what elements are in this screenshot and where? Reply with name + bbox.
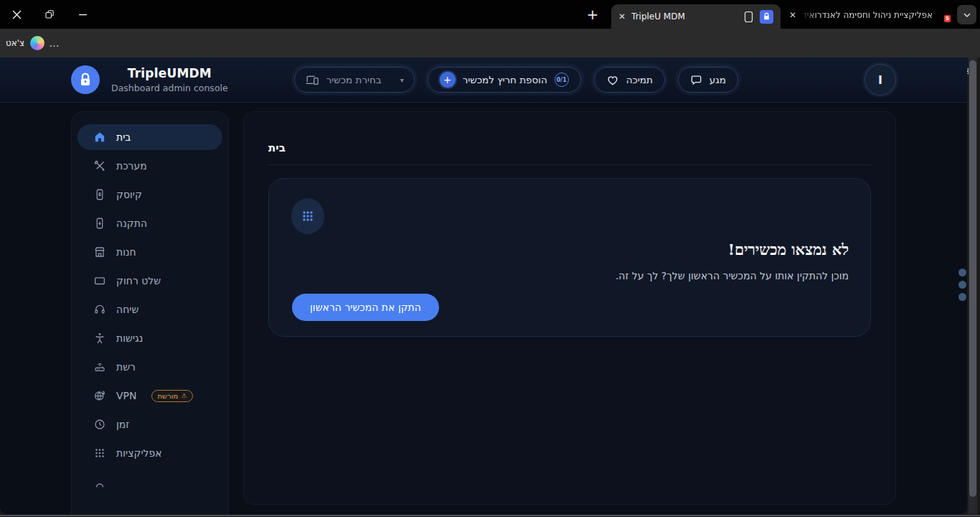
tab-list-chevron-button[interactable] bbox=[957, 5, 976, 24]
warning-icon: ⚠ bbox=[181, 392, 187, 399]
brand-lock-icon bbox=[71, 65, 100, 94]
accessibility-icon bbox=[93, 332, 106, 345]
tools-icon bbox=[93, 159, 106, 172]
minimize-window-button[interactable] bbox=[66, 0, 99, 29]
copilot-icon bbox=[30, 36, 44, 50]
tab-title: TripleU MDM bbox=[631, 11, 738, 22]
chat-bubble-icon bbox=[690, 74, 702, 86]
phone-icon bbox=[743, 11, 754, 23]
sidebar-item-accessibility[interactable]: נגישות bbox=[77, 325, 222, 351]
screen-icon bbox=[93, 274, 106, 287]
chevron-down-icon: ▾ bbox=[400, 76, 404, 84]
plus-icon: + bbox=[440, 72, 456, 88]
brand-title: TripleUMDM bbox=[111, 66, 228, 80]
close-window-button[interactable] bbox=[0, 0, 33, 29]
tab-close-icon[interactable]: ✕ bbox=[618, 11, 626, 22]
floating-handle-dots[interactable] bbox=[958, 269, 967, 301]
tab-close-icon[interactable]: ✕ bbox=[789, 10, 796, 20]
colorful-favicon: 5 bbox=[938, 9, 950, 22]
sidebar-item-system[interactable]: מערכת bbox=[77, 153, 222, 179]
contact-label: מגע bbox=[710, 74, 726, 85]
phone-lock-icon bbox=[93, 188, 106, 201]
sidebar-item-apps[interactable]: אפליקציות bbox=[77, 440, 222, 466]
window-controls bbox=[0, 0, 99, 29]
scrollbar-thumb[interactable] bbox=[969, 60, 976, 497]
restore-window-button[interactable] bbox=[33, 0, 66, 29]
clock-icon bbox=[93, 418, 106, 431]
chat-label: צ'אט bbox=[6, 38, 24, 48]
more-options-button[interactable]: … bbox=[44, 29, 65, 57]
apps-grid-icon bbox=[93, 447, 106, 460]
sidebar-item-call[interactable]: שיחה bbox=[77, 297, 222, 322]
new-tab-button[interactable]: + bbox=[583, 4, 603, 24]
support-button[interactable]: תמיכה bbox=[594, 67, 665, 93]
brand: TripleUMDM Dashboard admin console bbox=[71, 65, 228, 94]
main-panel: בית לא נמצאו מכשירים! מוכן להתקין אותו ע… bbox=[243, 111, 896, 505]
sidebar-item-kiosk[interactable]: קיוסק bbox=[77, 182, 222, 208]
vpn-legacy-badge: מורשת ⚠ bbox=[151, 390, 194, 402]
header-buttons: בחירת מכשיר ▾ + הוספת חריץ למכשיר 0/1 תמ… bbox=[294, 67, 738, 93]
sidebar-item-remote[interactable]: שלט רחוק bbox=[77, 268, 222, 294]
divider bbox=[268, 164, 871, 165]
devices-grid-icon bbox=[291, 198, 324, 234]
tab-title: אפליקציית ניהול וחסימה לאנדרואיד bbox=[801, 10, 933, 20]
sidebar-item-install[interactable]: התקנה bbox=[77, 210, 222, 236]
router-icon bbox=[93, 360, 106, 373]
tab-tripleu-mdm[interactable]: ✕ TripleU MDM bbox=[611, 4, 781, 29]
partial-icon bbox=[93, 475, 106, 488]
brand-subtitle: Dashboard admin console bbox=[111, 83, 228, 93]
phone-download-icon bbox=[93, 217, 106, 230]
site-header: TripleUMDM Dashboard admin console בחירת… bbox=[0, 57, 967, 103]
slot-count-badge: 0/1 bbox=[555, 73, 569, 87]
device-select-icon bbox=[305, 73, 319, 86]
webview: TripleUMDM Dashboard admin console בחירת… bbox=[0, 57, 967, 514]
site-lock-favicon bbox=[760, 10, 773, 24]
empty-state-subtitle: מוכן להתקין אותו על המכשיר הראשון שלך? ל… bbox=[291, 270, 849, 281]
sidebar-item-time[interactable]: זמן bbox=[77, 411, 222, 437]
heart-icon bbox=[606, 74, 619, 86]
contact-button[interactable]: מגע bbox=[678, 67, 738, 93]
tab-android-app[interactable]: ✕ אפליקציית ניהול וחסימה לאנדרואיד 5 bbox=[785, 5, 954, 25]
home-icon bbox=[93, 131, 106, 144]
sidebar-item-store[interactable]: חנות bbox=[77, 239, 222, 265]
vpn-globe-icon bbox=[93, 389, 106, 402]
no-devices-card: לא נמצאו מכשירים! מוכן להתקין אותו על המ… bbox=[268, 178, 871, 337]
empty-state-title: לא נמצאו מכשירים! bbox=[291, 179, 849, 259]
browser-toolbar: צ'אט … אמת שזה אתה | A) aא https://tripl… bbox=[0, 29, 980, 57]
add-device-slot-button[interactable]: + הוספת חריץ למכשיר 0/1 bbox=[428, 67, 581, 93]
add-slot-label: הוספת חריץ למכשיר bbox=[463, 74, 547, 85]
device-select-label: בחירת מכשיר bbox=[326, 74, 382, 85]
device-select-dropdown[interactable]: בחירת מכשיר ▾ bbox=[294, 67, 415, 93]
headset-icon bbox=[93, 303, 106, 316]
sidebar-item-network[interactable]: רשת bbox=[77, 354, 222, 380]
sidebar-item-partial[interactable] bbox=[77, 469, 222, 495]
store-icon bbox=[93, 246, 106, 258]
sidebar-item-vpn[interactable]: VPN מורשת ⚠ bbox=[77, 383, 222, 409]
page-title: בית bbox=[268, 112, 871, 154]
support-label: תמיכה bbox=[626, 74, 653, 85]
scrollbar-track[interactable] bbox=[969, 57, 977, 514]
install-first-device-button[interactable]: התקן את המכשיר הראשון bbox=[292, 294, 439, 321]
copilot-chat-button[interactable]: צ'אט bbox=[6, 29, 44, 57]
browser-tab-bar: + ✕ TripleU MDM ✕ אפליקציית ניהול וחסימה… bbox=[0, 0, 980, 29]
sidebar-nav: בית מערכת קיוסק bbox=[71, 111, 229, 514]
window-bottom-edge bbox=[0, 515, 980, 516]
user-avatar[interactable]: I bbox=[864, 64, 896, 96]
sidebar-item-home[interactable]: בית bbox=[77, 124, 222, 150]
